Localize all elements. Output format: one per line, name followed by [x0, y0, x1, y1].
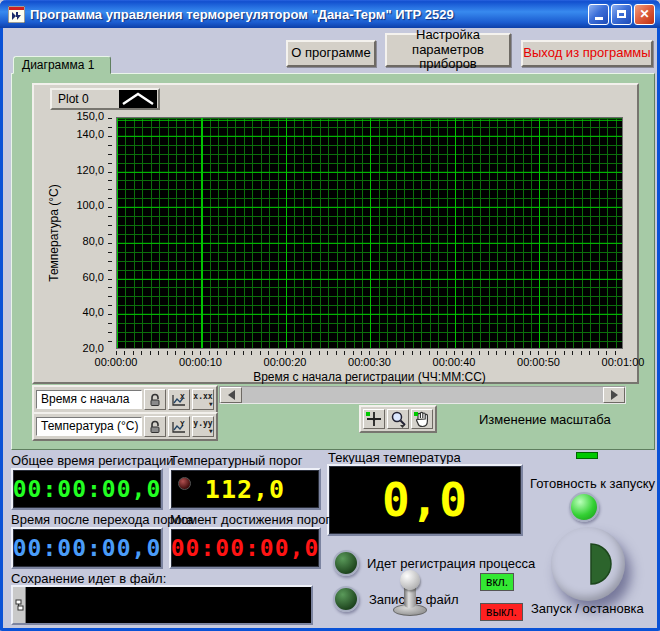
- registration-led-label: Идет регистрация процесса: [367, 556, 535, 571]
- chart-active-indicator: [576, 452, 598, 459]
- x-tick-marks: [116, 351, 623, 355]
- x-tick-label: 00:00:40: [423, 356, 485, 368]
- x-scale-legend: Время с начала X x.xx▼: [32, 385, 218, 414]
- time-after-threshold-value: 00:00:00,0: [13, 535, 161, 561]
- y-tick-marks: [108, 118, 112, 350]
- maximize-button[interactable]: [611, 4, 632, 25]
- save-file-path-box[interactable]: [11, 585, 313, 625]
- current-temp-label: Текущая температура: [328, 450, 461, 465]
- about-button[interactable]: О программе: [286, 40, 376, 67]
- plot-legend-label: Plot 0: [52, 92, 119, 106]
- time-after-threshold-display: 00:00:00,0: [11, 527, 163, 569]
- exit-button-label: Выход из программы: [523, 46, 650, 61]
- close-button[interactable]: ✕: [634, 4, 655, 25]
- active-dot: [414, 412, 418, 416]
- chart-panel: Plot 0 Температура (°C) 150,0140,0120,01…: [32, 83, 639, 384]
- y-scale-name-input[interactable]: Температура (°C): [36, 417, 142, 436]
- time-after-threshold-label: Время после перехода порога: [11, 512, 194, 527]
- y-scale-lock-button[interactable]: [144, 416, 166, 437]
- device-settings-button[interactable]: Настройка параметров приборов: [385, 33, 511, 67]
- file-write-led: [333, 586, 359, 612]
- active-dot: [366, 412, 370, 416]
- x-axis-ticks: 00:00:0000:00:1000:00:2000:00:3000:00:40…: [116, 356, 623, 370]
- exit-button[interactable]: Выход из программы: [521, 40, 653, 67]
- x-tick-label: 00:01:00: [592, 356, 654, 368]
- x-format-button[interactable]: x.xx▼: [192, 389, 214, 410]
- scrollbar-right-arrow[interactable]: [603, 387, 625, 403]
- tab-label: Диаграмма 1: [22, 58, 94, 72]
- diagram-page: Plot 0 Температура (°C) 150,0140,0120,01…: [11, 73, 655, 450]
- plot-line-sample-icon: [119, 90, 157, 108]
- threshold-moment-label: Момент достижения порога: [170, 512, 337, 527]
- start-stop-button[interactable]: [551, 527, 625, 601]
- x-autoscale-button[interactable]: X: [168, 389, 190, 410]
- window-title: Программа управления терморегулятором "Д…: [30, 7, 588, 22]
- minimize-button[interactable]: [588, 4, 609, 25]
- ready-led: [569, 492, 599, 522]
- scrollbar-left-arrow[interactable]: [220, 387, 242, 403]
- app-window: Программа управления терморегулятором "Д…: [0, 0, 660, 631]
- path-type-icon: [13, 587, 26, 623]
- titlebar[interactable]: Программа управления терморегулятором "Д…: [0, 0, 660, 28]
- y-tick-label: 120,0: [76, 164, 104, 176]
- y-tick-label: 100,0: [76, 199, 104, 211]
- tab-diagram-1[interactable]: Диаграмма 1: [13, 56, 111, 74]
- device-settings-button-label: Настройка параметров приборов: [387, 28, 509, 73]
- zoom-tool-button[interactable]: [387, 409, 409, 429]
- svg-text:Y: Y: [180, 420, 185, 427]
- y-tick-label: 20,0: [83, 342, 104, 354]
- about-button-label: О программе: [291, 46, 371, 61]
- x-scale-lock-button[interactable]: [144, 389, 166, 410]
- file-write-toggle[interactable]: [391, 570, 429, 616]
- zoom-hint-label: Изменение масштаба: [479, 412, 611, 427]
- save-file-path-value: [26, 587, 311, 623]
- total-time-label: Общее время регистрации: [11, 453, 173, 468]
- x-axis-title: Время с начала регистрации (ЧЧ:ММ:СС): [116, 370, 623, 384]
- threshold-moment-value: 00:00:00,0: [171, 535, 319, 561]
- svg-text:X: X: [180, 393, 185, 400]
- current-temp-display: 0,0: [327, 464, 523, 536]
- start-arrow-icon: [551, 527, 625, 601]
- toggle-on-label: вкл.: [480, 573, 514, 591]
- x-tick-label: 00:00:00: [85, 356, 147, 368]
- y-tick-label: 150,0: [76, 110, 104, 122]
- threshold-label: Температурный порог: [170, 453, 302, 468]
- app-icon: [8, 6, 25, 23]
- threshold-led-icon: [178, 477, 191, 490]
- x-tick-label: 00:00:30: [339, 356, 401, 368]
- toggle-off-label: выкл.: [480, 603, 523, 621]
- y-autoscale-button[interactable]: Y: [168, 416, 190, 437]
- ready-label: Готовность к запуску: [530, 476, 655, 491]
- x-scale-name-input[interactable]: Время с начала: [36, 390, 142, 409]
- y-format-button[interactable]: y.yy▼: [192, 416, 214, 437]
- plot-legend[interactable]: Plot 0: [50, 88, 160, 110]
- graph-palette: [359, 405, 437, 433]
- toggle-knob[interactable]: [400, 570, 420, 590]
- y-tick-label: 80,0: [83, 235, 104, 247]
- threshold-moment-display: 00:00:00,0: [169, 527, 321, 569]
- save-file-label: Сохранение идет в файл:: [11, 571, 166, 586]
- total-time-display: 00:00:00,0: [11, 468, 163, 510]
- chart-x-scrollbar[interactable]: [219, 386, 626, 404]
- threshold-display[interactable]: 112,0: [169, 468, 321, 510]
- y-tick-label: 40,0: [83, 306, 104, 318]
- x-tick-label: 00:00:50: [508, 356, 570, 368]
- total-time-value: 00:00:00,0: [13, 476, 161, 502]
- pan-tool-button[interactable]: [411, 409, 433, 429]
- start-stop-label: Запуск / остановка: [531, 601, 644, 616]
- registration-led: [333, 550, 359, 576]
- x-tick-label: 00:00:20: [254, 356, 316, 368]
- threshold-value: 112,0: [205, 475, 285, 504]
- y-tick-label: 140,0: [76, 128, 104, 140]
- chart-plot-area[interactable]: [116, 117, 623, 349]
- y-scale-legend: Температура (°C) Y y.yy▼: [32, 412, 218, 441]
- y-tick-label: 60,0: [83, 271, 104, 283]
- current-temp-value: 0,0: [382, 473, 468, 527]
- y-axis-ticks: 150,0140,0120,0100,080,060,040,020,0: [34, 117, 112, 349]
- cursor-tool-button[interactable]: [363, 409, 385, 429]
- x-tick-label: 00:00:10: [170, 356, 232, 368]
